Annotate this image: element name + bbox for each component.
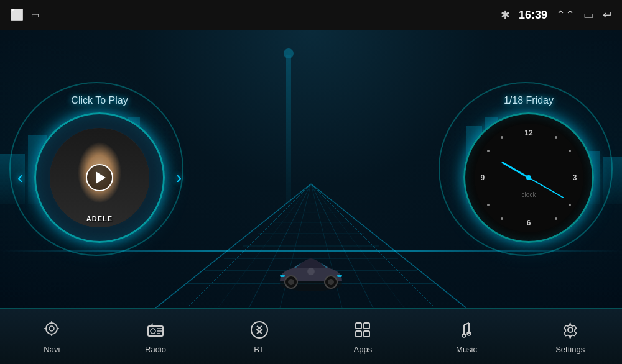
window-icon: ⬜ — [10, 8, 24, 22]
music-icon — [455, 319, 478, 341]
image-icon: ▭ — [31, 10, 39, 20]
bt-label: BT — [254, 345, 264, 354]
clock-hour-hand — [501, 162, 529, 179]
navi-label: Navi — [44, 345, 60, 354]
clock-num-6: 6 — [527, 219, 531, 227]
status-right-icons: ✱ 16:39 ⌃⌃ ▭ ↩ — [501, 8, 612, 22]
clock-text-label: clock — [522, 191, 536, 198]
clock-dot-6 — [487, 150, 490, 152]
radio-icon — [144, 319, 167, 341]
svg-rect-40 — [280, 275, 285, 277]
clock-dot-4 — [569, 204, 571, 206]
bluetooth-icon: ✱ — [501, 8, 510, 22]
clock-num-3: 3 — [573, 173, 577, 182]
svg-point-8 — [284, 48, 294, 58]
play-icon — [96, 171, 106, 184]
nav-item-music[interactable]: Music — [415, 319, 519, 354]
radio-label: Radio — [145, 345, 166, 354]
clock-dot-8 — [487, 204, 490, 206]
nav-item-apps[interactable]: Apps — [311, 319, 415, 354]
music-circle[interactable]: ADELE ‹ › — [34, 112, 165, 243]
svg-point-50 — [151, 329, 156, 334]
play-button[interactable] — [86, 164, 113, 191]
apps-label: Apps — [354, 345, 373, 354]
svg-rect-41 — [337, 275, 342, 277]
svg-rect-57 — [364, 323, 369, 329]
clock-dot-3 — [555, 217, 557, 220]
next-track-button[interactable]: › — [176, 168, 182, 188]
clock-display: 16:39 — [519, 9, 547, 22]
clock-num-9: 9 — [481, 173, 485, 182]
svg-rect-58 — [356, 331, 361, 337]
analog-clock: 12 3 6 9 clock — [463, 112, 594, 243]
clock-num-12: 12 — [524, 129, 532, 137]
clock-dot-7 — [501, 217, 503, 220]
car-image — [274, 250, 348, 296]
bt-icon — [248, 319, 271, 341]
signal-icon: ⌃⌃ — [556, 8, 575, 22]
music-panel: Click To Play ADELE ‹ › — [19, 36, 180, 302]
clock-panel: 1/18 Friday 12 3 6 9 — [454, 36, 603, 302]
nav-item-radio[interactable]: Radio — [104, 319, 208, 354]
status-bar: ⬜ ▭ ✱ 16:39 ⌃⌃ ▭ ↩ — [0, 0, 622, 30]
clock-dot-2 — [569, 150, 571, 152]
svg-point-42 — [307, 268, 315, 275]
clock-center-dot — [526, 175, 531, 180]
svg-rect-59 — [364, 331, 369, 337]
svg-point-38 — [288, 279, 294, 285]
album-artist-text: ADELE — [50, 215, 149, 222]
screen-cast-icon: ▭ — [583, 8, 594, 22]
date-display: 1/18 Friday — [504, 95, 554, 106]
apps-icon — [351, 319, 374, 341]
music-label: Music — [456, 345, 477, 354]
music-panel-label: Click To Play — [71, 95, 128, 106]
svg-point-43 — [46, 323, 57, 334]
svg-point-44 — [49, 326, 54, 331]
nav-bar: Navi Radio BT — [0, 308, 622, 364]
settings-icon — [559, 319, 582, 341]
clock-dot-5 — [501, 136, 503, 139]
nav-item-bt[interactable]: BT — [207, 319, 311, 354]
clock-face: 12 3 6 9 clock — [475, 124, 583, 232]
settings-label: Settings — [555, 345, 585, 354]
main-area: Click To Play ADELE ‹ › 1/18 Friday 12 3 — [0, 30, 622, 308]
nav-item-settings[interactable]: Settings — [518, 319, 622, 354]
nav-item-navi[interactable]: Navi — [0, 319, 104, 354]
svg-line-62 — [464, 323, 469, 325]
back-icon: ↩ — [603, 8, 612, 22]
svg-point-65 — [568, 327, 573, 332]
svg-point-55 — [251, 322, 267, 338]
svg-rect-56 — [356, 323, 361, 329]
navi-icon — [40, 319, 63, 341]
status-left-icons: ⬜ ▭ — [10, 8, 39, 22]
album-art[interactable]: ADELE — [50, 128, 149, 227]
svg-point-39 — [328, 279, 334, 285]
clock-dot-1 — [555, 136, 557, 139]
prev-track-button[interactable]: ‹ — [17, 168, 23, 188]
